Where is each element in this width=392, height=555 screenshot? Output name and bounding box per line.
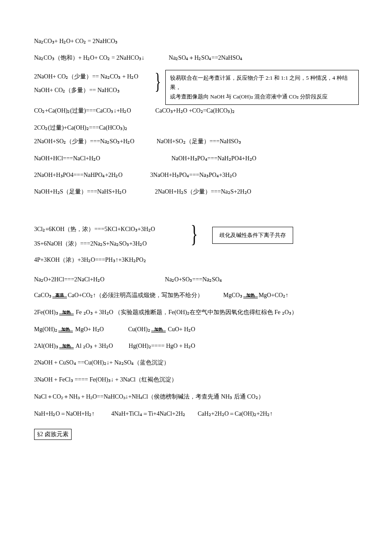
equation-left: CaCO₃ — [34, 292, 52, 298]
equation-right: CuO+ H₂O — [167, 326, 196, 332]
equation-line: Na₂O+2HCl===2NaCl+H₂O Na₂O+SO₃===Na₂SO₄ — [34, 276, 360, 283]
equation-text: NaOH+HCl===NaCl+H₂O — [34, 155, 100, 162]
reaction-condition: 加热 — [58, 344, 75, 349]
equation-line: Na₂CO₃+ H₂O+ CO₂ = 2NaHCO₃ — [34, 38, 360, 45]
equation-left: 2Fe(OH)₃ — [34, 309, 58, 315]
note-text: 歧化及碱性条件下离子共存 — [219, 232, 286, 238]
equation-line: 2NaOH+SO₂（少量）===Na₂SO₃+H₂O NaOH+SO₂（足量）=… — [34, 138, 360, 145]
equation-left: 2Al(OH)₃ — [34, 343, 58, 349]
document-page: Na₂CO₃+ H₂O+ CO₂ = 2NaHCO₃ Na₂CO₃（饱和）+ H… — [0, 0, 392, 465]
brace-icon: } — [191, 223, 198, 245]
reaction-condition: 加热 — [58, 310, 75, 315]
equation-text: Na₂SO₄＋H₂SO₄==2NaHSO₄ — [169, 55, 242, 61]
equation-text: NaOH+H₂S（足量）===NaHS+H₂O — [34, 188, 126, 195]
equation-left: Cu(OH)₂ — [128, 326, 150, 332]
reaction-condition: 加热 — [58, 327, 74, 332]
section-title-box: §2 卤族元素 — [34, 429, 72, 440]
equation-right: CaO+CO₂↑（必须注明高温或煅烧，写加热不给分） — [68, 292, 203, 298]
equation-text: NaOH+SO₂（足量）===NaHSO₃ — [156, 138, 241, 145]
reaction-condition: 加热 — [242, 293, 259, 298]
equation-line: 2Fe(OH)₃加热 Fe ₂O₃ + 3H₂O （实验题或推断题，Fe(OH)… — [34, 309, 360, 316]
equation-text: 2NaOH+SO₂（少量）===Na₂SO₃+H₂O — [34, 138, 134, 145]
equation-right: MgO+CO₂↑ — [259, 292, 288, 298]
equation-text: NaOH+H₃PO₄===NaH₂PO4+H₂O — [171, 155, 257, 162]
equation-text: 2NaOH+H₃PO4===NaHPO₄+2H₂O — [34, 172, 123, 178]
equation-left: Mg(OH)₂ — [34, 326, 58, 332]
equation-group: 2NaOH+ CO₂（少量）== Na₂CO₃ + H₂O NaOH+ CO₂（… — [34, 73, 360, 94]
equation-right: Al ₂O₃ + 3H₂O — [75, 343, 113, 349]
equation-text: Na₂CO₃（饱和）+ H₂O+ CO₂ = 2NaHCO₃↓ — [34, 55, 144, 61]
reaction-condition: 高温 — [52, 293, 68, 298]
equation-text: CaH₂+2H₂O＝Ca(OH)₂+2H₂↑ — [198, 410, 273, 417]
equation-line: 4P+3KOH（浓）+3H₂O===PH₃↑+3KH₂PO₂ — [34, 256, 360, 264]
equation-right: Fe ₂O₃ + 3H₂O （实验题或推断题，Fe(OH)₂在空气中加热因氧化也… — [75, 309, 297, 315]
equation-line: NaOH+H₂S（足量）===NaHS+H₂O 2NaOH+H₂S（少量）===… — [34, 188, 360, 196]
brace-icon: } — [155, 70, 161, 92]
equation-line: NaH+H₂O＝NaOH+H₂↑ 4NaH+TiCl₄＝Ti+4NaCl+2H₂… — [34, 410, 360, 418]
equation-line: NaCl＋CO₂＋NH₃ + H₂O==NaHCO₃↓+NH₄Cl（侯德榜制碱法… — [34, 393, 360, 401]
reaction-condition: 加热 — [150, 327, 167, 332]
equation-text: Hg(OH)₂==== HgO + H₂O — [129, 343, 195, 349]
equation-right: MgO+ H₂O — [74, 326, 104, 332]
note-text: 较易联合在一起考查计算，反应物介于 2:1 和 1:1 之间，5 种情况，4 种… — [170, 75, 348, 90]
equation-line: CO₂+Ca(OH)₂(过量)===CaCO₃↓+H₂O CaCO₃+H₂O +… — [34, 107, 360, 115]
equation-text: Na₂O+2HCl===2NaCl+H₂O — [34, 276, 104, 283]
equation-text: 2NaOH+H₂S（少量）===Na₂S+2H₂O — [155, 188, 251, 195]
annotation-box: 较易联合在一起考查计算，反应物介于 2:1 和 1:1 之间，5 种情况，4 种… — [165, 70, 359, 105]
annotation-box: 歧化及碱性条件下离子共存 — [212, 227, 293, 244]
note-text: 或考查图像题向 NaOH 与 Ca(OH)₂ 混合溶液中通 CO₂ 分阶段反应 — [170, 93, 328, 100]
equation-text: 4NaH+TiCl₄＝Ti+4NaCl+2H₂ — [111, 410, 185, 417]
equation-line: Na₂CO₃（饱和）+ H₂O+ CO₂ = 2NaHCO₃↓ Na₂SO₄＋H… — [34, 54, 360, 62]
equation-line: 3NaOH + FeCl₃ ==== Fe(OH)₃↓ + 3NaCl（红褐色沉… — [34, 376, 360, 384]
equation-text: CO₂+Ca(OH)₂(过量)===CaCO₃↓+H₂O — [34, 107, 131, 114]
equation-group: 3Cl₂+6KOH（热，浓）===5KCl+KClO₃+3H₂O 3S+6NaO… — [34, 225, 360, 248]
equation-left: MgCO₃ — [223, 292, 242, 298]
equation-line: CaCO₃高温CaO+CO₂↑（必须注明高温或煅烧，写加热不给分） MgCO₃加… — [34, 292, 360, 299]
equation-line: NaOH+HCl===NaCl+H₂O NaOH+H₃PO₄===NaH₂PO4… — [34, 155, 360, 162]
equation-text: 3NaOH+H₃PO₄===Na₃PO₄+3H₂O — [150, 172, 236, 178]
equation-line: 2NaOH + CuSO₄ ==Cu(OH)₂↓+ Na₂SO₄（蓝色沉淀） — [34, 359, 360, 367]
equation-text: CaCO₃+H₂O +CO₂=Ca(HCO₃)₂ — [156, 107, 235, 114]
section-heading: §2 卤族元素 — [34, 429, 360, 440]
equation-line: 2NaOH+H₃PO4===NaHPO₄+2H₂O 3NaOH+H₃PO₄===… — [34, 171, 360, 179]
equation-line: 2Al(OH)₃加热 Al ₂O₃ + 3H₂O Hg(OH)₂==== HgO… — [34, 342, 360, 350]
equation-line: Mg(OH)₂加热 MgO+ H₂O Cu(OH)₂加热 CuO+ H₂O — [34, 326, 360, 333]
equation-line: 2CO₂(过量)+Ca(OH)₂===Ca(HCO₃)₂ — [34, 124, 360, 132]
equation-text: NaH+H₂O＝NaOH+H₂↑ — [34, 410, 95, 417]
equation-text: Na₂O+SO₃===Na₂SO₄ — [165, 276, 222, 283]
